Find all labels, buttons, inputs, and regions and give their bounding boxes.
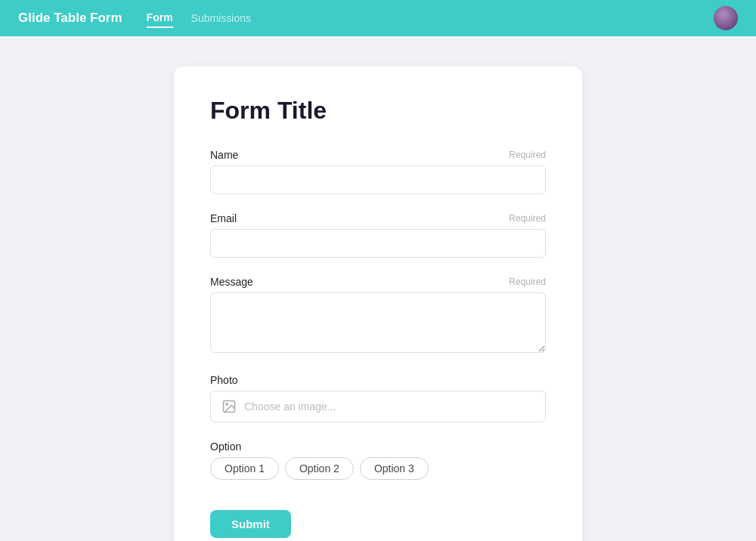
message-required: Required [509,277,546,287]
email-label: Email [210,212,237,224]
message-input[interactable] [210,292,546,353]
image-icon [222,399,237,414]
message-field-header: Message Required [210,276,546,288]
name-required: Required [509,150,546,160]
message-field: Message Required [210,276,546,356]
submit-button[interactable]: Submit [210,510,291,538]
option-field-header: Option [210,441,546,453]
email-field-header: Email Required [210,212,546,224]
svg-point-1 [226,403,228,406]
name-field: Name Required [210,149,546,194]
navbar: Glide Table Form Form Submissions [0,0,756,36]
form-title: Form Title [210,97,546,125]
nav-form[interactable]: Form [147,8,173,28]
email-field: Email Required [210,212,546,258]
option-field: Option Option 1 Option 2 Option 3 [210,441,546,480]
email-input[interactable] [210,229,546,258]
photo-field-header: Photo [210,374,546,386]
name-input[interactable] [210,165,546,194]
options-row: Option 1 Option 2 Option 3 [210,457,546,480]
name-field-header: Name Required [210,149,546,161]
option-1-chip[interactable]: Option 1 [210,457,279,480]
avatar-image [714,6,738,30]
page-body: Form Title Name Required Email Required … [0,36,756,541]
email-required: Required [509,213,546,224]
photo-label: Photo [210,374,238,386]
avatar[interactable] [714,6,738,30]
option-2-chip[interactable]: Option 2 [285,457,354,480]
app-title: Glide Table Form [18,11,122,26]
form-card: Form Title Name Required Email Required … [174,66,582,541]
photo-picker[interactable]: Choose an image... [210,391,546,422]
photo-placeholder: Choose an image... [244,400,336,413]
message-label: Message [210,276,253,288]
option-label: Option [210,441,241,453]
photo-field: Photo Choose an image... [210,374,546,422]
nav-submissions[interactable]: Submissions [191,9,251,27]
name-label: Name [210,149,238,161]
option-3-chip[interactable]: Option 3 [360,457,429,480]
